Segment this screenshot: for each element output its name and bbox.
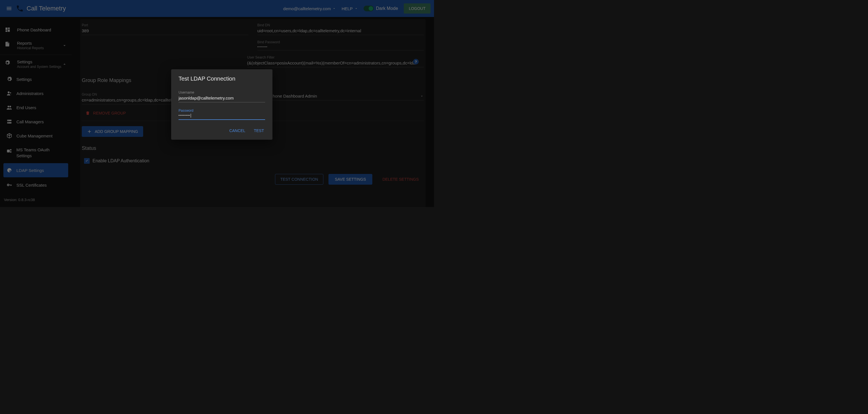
dialog-test-button[interactable]: TEST (253, 126, 265, 135)
dialog-title: Test LDAP Connection (179, 75, 265, 82)
dialog-password-label: Password (179, 108, 265, 113)
dialog-password-value: •••••••••• (179, 113, 265, 120)
dialog-username-value: jasonldap@calltelemetry.com (179, 94, 265, 102)
dialog-username-label: Username (179, 91, 265, 94)
dialog-password-field[interactable]: Password •••••••••• (179, 108, 265, 120)
dialog-username-field[interactable]: Username jasonldap@calltelemetry.com (179, 91, 265, 102)
dialog-cancel-button[interactable]: CANCEL (228, 126, 246, 135)
test-ldap-dialog: Test LDAP Connection Username jasonldap@… (171, 69, 273, 140)
